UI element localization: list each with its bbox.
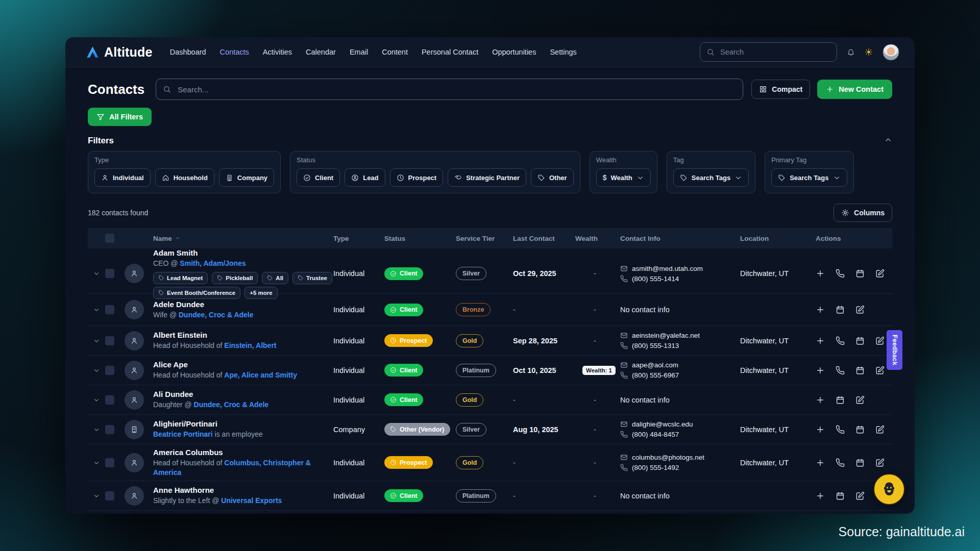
status-badge[interactable]: Client [384,393,423,406]
global-search-input[interactable] [719,47,830,57]
columns-button[interactable]: Columns [834,204,892,222]
row-expander[interactable] [88,492,105,499]
add-action-icon[interactable] [816,336,825,345]
person-link[interactable]: Beatrice Portinari [153,430,213,438]
phone-line[interactable]: (800) 555-6967 [620,371,740,379]
status-badge[interactable]: Client [384,267,423,280]
edit-action-icon[interactable] [875,336,885,345]
row-expander[interactable] [88,337,105,344]
contact-name[interactable]: America Columbus [153,448,333,457]
email-line[interactable]: dalighie@wcslc.edu [620,420,740,428]
call-action-icon[interactable] [836,458,845,467]
row-checkbox[interactable] [105,366,114,375]
contact-name[interactable]: Adam Smith [153,248,333,257]
household-link[interactable]: Universal Exports [221,496,282,505]
row-expander[interactable] [88,396,105,404]
table-row[interactable]: Anne Hawthorne Slightly to the Left @ Un… [88,481,892,511]
filter-type-individual[interactable]: Individual [94,168,151,187]
contact-name[interactable]: Anne Hawthorne [153,486,333,494]
schedule-action-icon[interactable] [855,269,865,278]
schedule-action-icon[interactable] [855,458,865,467]
collapse-filters-button[interactable] [884,136,892,146]
feedback-button[interactable]: Feedback [887,330,902,370]
all-filters-button[interactable]: All Filters [88,108,152,126]
household-link[interactable]: Ape, Alice and Smitty [224,371,297,379]
column-header-service-tier[interactable]: Service Tier [456,235,513,242]
household-link[interactable]: Einstein, Albert [224,341,276,349]
edit-action-icon[interactable] [855,491,865,500]
new-contact-button[interactable]: New Contact [817,80,892,99]
row-checkbox[interactable] [105,395,114,405]
contact-name[interactable]: Adele Dundee [153,300,333,309]
compact-view-button[interactable]: Compact [751,80,810,99]
chat-widget-button[interactable] [873,473,905,505]
household-link[interactable]: Dundee, Croc & Adele [194,400,269,409]
call-action-icon[interactable] [836,336,845,345]
tag-chip[interactable]: Event Booth/Conference [153,287,240,299]
tag-chip[interactable]: Lead Magnet [153,272,208,284]
table-row[interactable]: Ali Dundee Daughter @ Dundee, Croc & Ade… [88,385,892,415]
edit-action-icon[interactable] [875,425,885,434]
primary-tag-search-dropdown[interactable]: Search Tags [771,168,847,187]
status-badge[interactable]: Client [384,364,423,377]
add-action-icon[interactable] [816,366,825,375]
tag-chip[interactable]: Trustee [292,272,332,284]
contact-name[interactable]: Ali Dundee [153,390,333,398]
nav-item-contacts[interactable]: Contacts [220,48,249,56]
row-checkbox[interactable] [105,491,114,500]
column-header-location[interactable]: Location [740,235,816,242]
edit-action-icon[interactable] [855,305,865,314]
nav-item-email[interactable]: Email [350,48,368,56]
status-badge[interactable]: Other (Vendor) [384,423,450,436]
phone-line[interactable]: (800) 484-8457 [620,431,740,438]
add-action-icon[interactable] [816,395,825,405]
edit-action-icon[interactable] [855,395,865,405]
nav-item-opportunities[interactable]: Opportunities [492,48,536,56]
row-checkbox[interactable] [105,305,114,314]
column-header-type[interactable]: Type [333,235,384,242]
add-action-icon[interactable] [816,269,825,278]
nav-item-dashboard[interactable]: Dashboard [170,48,206,56]
tag-chip[interactable]: Pickleball [212,272,258,284]
column-header-status[interactable]: Status [384,235,456,242]
contacts-search-input[interactable] [177,85,736,94]
row-expander[interactable] [88,270,105,277]
wealth-dropdown[interactable]: $ Wealth [596,168,651,187]
notifications-button[interactable] [847,48,855,56]
schedule-action-icon[interactable] [836,305,845,314]
table-row[interactable]: Adam Smith CEO @ Smith, Adam/Jones Lead … [88,248,892,294]
edit-action-icon[interactable] [875,458,885,467]
nav-item-activities[interactable]: Activities [263,48,292,56]
table-row[interactable]: Alice Ape Head of Household of Ape, Alic… [88,356,892,385]
brand-logo[interactable]: Altitude [86,45,153,60]
nav-item-personal-contact[interactable]: Personal Contact [422,48,478,56]
nav-item-calendar[interactable]: Calendar [306,48,336,56]
filter-type-company[interactable]: Company [219,168,274,187]
add-action-icon[interactable] [816,491,825,500]
schedule-action-icon[interactable] [855,366,865,375]
global-search[interactable] [700,42,837,62]
filter-status-strategic-partner[interactable]: Strategic Partner [448,168,526,187]
email-line[interactable]: columbus@photogs.net [620,454,740,461]
email-line[interactable]: asmith@med.utah.com [620,265,740,272]
user-avatar[interactable] [883,44,899,61]
row-expander[interactable] [88,306,105,313]
table-row[interactable]: Alighieri/Portinari Beatrice Portinari i… [88,415,892,444]
status-badge[interactable]: Prospect [384,334,433,347]
call-action-icon[interactable] [836,269,845,278]
row-expander[interactable] [88,426,105,433]
add-action-icon[interactable] [816,425,825,434]
tag-search-dropdown[interactable]: Search Tags [673,168,749,187]
row-checkbox[interactable] [105,269,114,278]
column-header-contact-info[interactable]: Contact Info [620,235,740,242]
tag-chip[interactable]: All [262,272,288,284]
schedule-action-icon[interactable] [855,336,865,345]
schedule-action-icon[interactable] [836,395,845,405]
phone-line[interactable]: (800) 555-1492 [620,464,740,471]
household-link[interactable]: Smith, Adam/Jones [180,259,246,267]
row-expander[interactable] [88,459,105,466]
filter-status-client[interactable]: Client [297,168,340,187]
select-all-checkbox[interactable] [105,234,114,243]
filter-status-lead[interactable]: Lead [345,168,385,187]
schedule-action-icon[interactable] [855,425,865,434]
